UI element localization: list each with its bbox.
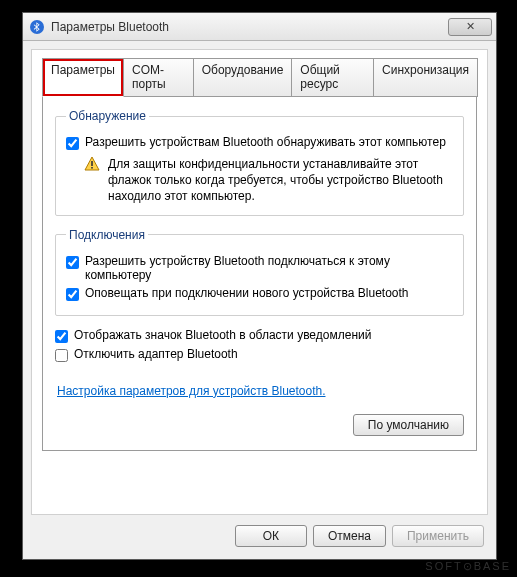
svg-rect-2 (91, 167, 93, 169)
cancel-button[interactable]: Отмена (313, 525, 386, 547)
warning-icon (84, 156, 102, 205)
bluetooth-icon (29, 19, 45, 35)
checkbox-label: Разрешить устройствам Bluetooth обнаружи… (85, 135, 453, 149)
close-button[interactable]: ✕ (448, 18, 492, 36)
group-connections: Подключения Разрешить устройству Bluetoo… (55, 228, 464, 316)
tab-sync[interactable]: Синхронизация (373, 58, 478, 97)
checkbox-label: Отключить адаптер Bluetooth (74, 347, 464, 361)
tab-label: COM-порты (132, 63, 166, 91)
watermark: SOFT⊙BASE (425, 560, 511, 573)
window-title: Параметры Bluetooth (51, 20, 448, 34)
group-discovery: Обнаружение Разрешить устройствам Blueto… (55, 109, 464, 216)
content-area: Параметры COM-порты Оборудование Общий р… (31, 49, 488, 515)
link-device-settings[interactable]: Настройка параметров для устройств Bluet… (57, 384, 326, 398)
tab-sharing[interactable]: Общий ресурс (291, 58, 374, 97)
checkbox-disable-adapter[interactable] (55, 349, 68, 362)
checkbox-label: Разрешить устройству Bluetooth подключат… (85, 254, 453, 282)
checkbox-allow-connect[interactable] (66, 256, 79, 269)
group-legend: Подключения (66, 228, 148, 242)
defaults-button[interactable]: По умолчанию (353, 414, 464, 436)
tab-label: Параметры (51, 63, 115, 77)
tab-panel-parameters: Обнаружение Разрешить устройствам Blueto… (42, 96, 477, 451)
checkbox-allow-discover[interactable] (66, 137, 79, 150)
svg-rect-1 (91, 161, 93, 166)
group-legend: Обнаружение (66, 109, 149, 123)
tab-hardware[interactable]: Оборудование (193, 58, 293, 97)
tab-parameters[interactable]: Параметры (42, 58, 124, 97)
checkbox-label: Отображать значок Bluetooth в области ув… (74, 328, 464, 342)
titlebar: Параметры Bluetooth ✕ (23, 13, 496, 41)
checkbox-notify-new[interactable] (66, 288, 79, 301)
warning-text: Для защиты конфиденциальности устанавлив… (108, 156, 453, 205)
tab-label: Оборудование (202, 63, 284, 77)
ok-button[interactable]: ОК (235, 525, 307, 547)
tab-label: Синхронизация (382, 63, 469, 77)
checkbox-tray-icon[interactable] (55, 330, 68, 343)
checkbox-label: Оповещать при подключении нового устройс… (85, 286, 453, 300)
tab-strip: Параметры COM-порты Оборудование Общий р… (42, 58, 477, 97)
bluetooth-settings-window: Параметры Bluetooth ✕ Параметры COM-порт… (22, 12, 497, 560)
close-icon: ✕ (466, 20, 475, 33)
tab-label: Общий ресурс (300, 63, 340, 91)
tab-com-ports[interactable]: COM-порты (123, 58, 194, 97)
dialog-footer: ОК Отмена Применить (23, 515, 496, 559)
apply-button[interactable]: Применить (392, 525, 484, 547)
